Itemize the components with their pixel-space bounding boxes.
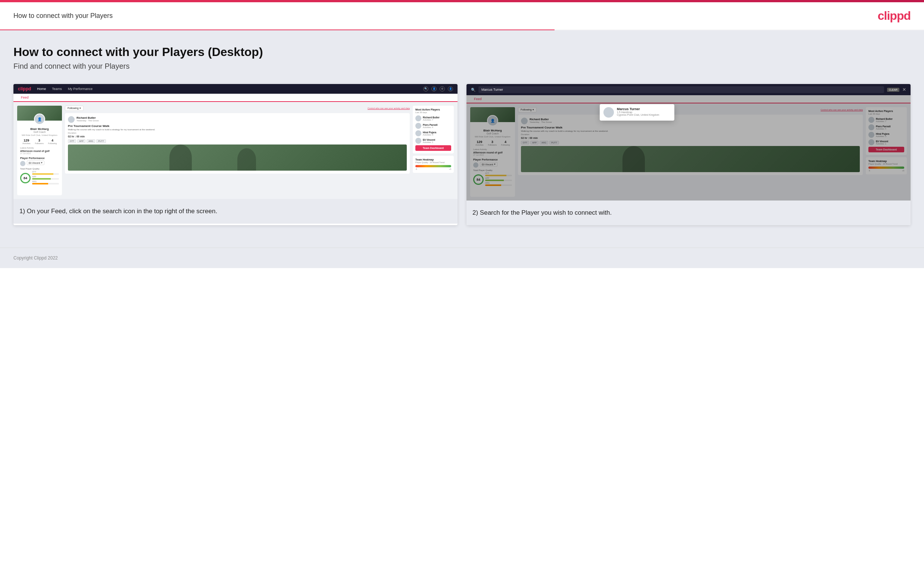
profile-role-1: Golf Coach bbox=[20, 131, 59, 133]
mini-right-1: Most Active Players Last 30 days Richard… bbox=[413, 106, 454, 195]
player-perf-avatar-2 bbox=[473, 162, 478, 168]
active-player-3: Hiral Pujara Activities: 3 bbox=[415, 130, 451, 136]
user-icon-1[interactable]: 👤 bbox=[431, 86, 437, 91]
following-btn-2: Following ▾ bbox=[518, 107, 537, 112]
tag-ott-2: OTT bbox=[521, 141, 529, 144]
blurred-content-2: Feed 👤 Blair McHarg Golf Coach bbox=[466, 95, 911, 201]
clear-btn-2[interactable]: CLEAR bbox=[887, 88, 900, 92]
page-title: How to connect with your Players bbox=[13, 12, 113, 20]
active-player-4: Eli Vincent Activities: 1 bbox=[415, 138, 451, 144]
activity-tags-2: OTT APP ARG PUTT bbox=[521, 141, 860, 144]
caption-text-2: 2) Search for the Player you wish to con… bbox=[473, 208, 905, 218]
heatmap-sub-2: Player Quality · 20 Round Trend bbox=[868, 163, 904, 165]
search-result-2[interactable]: Marcus Turner 1.5 Handicap Cypress Point… bbox=[604, 107, 671, 118]
player-perf-dropdown-2: Eli Vincent ▾ bbox=[480, 162, 497, 167]
player-perf-dropdown-1[interactable]: Eli Vincent ▾ bbox=[27, 161, 44, 165]
mini-feed-body-2: 👤 Blair McHarg Golf Coach Mill Ride Golf… bbox=[466, 104, 911, 201]
mini-center-2: Following ▾ Control who can see your act… bbox=[518, 107, 863, 197]
mini-nav-1: clippd Home Teams My Performance 🔍 👤 ⚙ 👤 bbox=[13, 84, 458, 94]
activity-avatar-1 bbox=[68, 116, 74, 123]
team-heatmap-1: Team Heatmap Player Quality · 20 Round T… bbox=[413, 156, 454, 173]
activities-lbl-1: Activities bbox=[23, 142, 31, 144]
active-name-2: Piers Parnell bbox=[423, 123, 437, 126]
active-players-1: Most Active Players Last 30 days Richard… bbox=[413, 106, 454, 153]
tag-putt-1: PUTT bbox=[96, 139, 106, 143]
active-player-5: Richard Butler Activities: 7 bbox=[868, 117, 904, 123]
caption-text-1: 1) On your Feed, click on the search ico… bbox=[19, 206, 451, 216]
search-input-2[interactable] bbox=[478, 86, 884, 93]
avatar-icon-1[interactable]: 👤 bbox=[448, 86, 453, 91]
search-result-hdcp-2: 1.5 Handicap bbox=[617, 111, 659, 114]
search-result-avatar-2 bbox=[604, 107, 614, 118]
player-perf-title-1: Player Performance bbox=[20, 157, 59, 159]
close-btn-2[interactable]: ✕ bbox=[902, 87, 906, 92]
followers-lbl-1: Followers bbox=[35, 142, 44, 144]
tag-ott-1: OTT bbox=[68, 139, 76, 143]
mini-tab-feed-1[interactable]: Feed bbox=[18, 94, 32, 102]
profile-name-1: Blair McHarg bbox=[20, 127, 59, 131]
active-player-2: Piers Parnell Activities: 4 bbox=[415, 123, 451, 129]
mini-sidebar-2: 👤 Blair McHarg Golf Coach Mill Ride Golf… bbox=[470, 107, 515, 197]
activity-card-2: Richard Butler Yesterday · The Grove Pre… bbox=[518, 115, 863, 175]
photo-silhouette-1 bbox=[170, 144, 192, 170]
activity-user-1: Richard Butler bbox=[76, 116, 99, 120]
heatmap-title-2: Team Heatmap bbox=[868, 160, 904, 162]
active-players-title-2: Most Active Players bbox=[868, 110, 904, 112]
active-players-sub-2: Last 30 days bbox=[868, 113, 904, 115]
mini-tab-bar-1: Feed bbox=[13, 94, 458, 102]
heatmap-bar-2 bbox=[868, 167, 904, 169]
activity-desc-2: Walking the course with my coach to buil… bbox=[521, 130, 860, 132]
active-avatar-8 bbox=[868, 139, 874, 145]
screenshot-panel-2: 🔍 CLEAR ✕ Marcus Turner 1.5 Handicap Cyp… bbox=[466, 84, 911, 225]
activity-duration-1: 02 hr : 00 min bbox=[68, 135, 407, 138]
active-avatar-7 bbox=[868, 132, 874, 138]
tag-arg-1: ARG bbox=[87, 139, 95, 143]
active-name-3: Hiral Pujara bbox=[423, 131, 436, 134]
active-acts-4: Activities: 1 bbox=[423, 141, 435, 143]
tag-app-2: APP bbox=[530, 141, 539, 144]
active-player-8: Eli Vincent Activities: 1 bbox=[868, 139, 904, 145]
mini-nav-performance-1[interactable]: My Performance bbox=[68, 87, 92, 91]
followers-val-2: 3 bbox=[488, 140, 497, 144]
mini-nav-teams-1[interactable]: Teams bbox=[52, 87, 62, 91]
settings-icon-1[interactable]: ⚙ bbox=[440, 86, 445, 91]
mini-sidebar-1: 👤 Blair McHarg Golf Coach Mill Ride Golf… bbox=[17, 106, 62, 195]
activity-photo-2 bbox=[521, 146, 860, 172]
activities-val-2: 129 bbox=[476, 140, 484, 144]
player-perf-title-2: Player Performance bbox=[473, 158, 512, 161]
activity-photo-1 bbox=[68, 144, 407, 170]
quality-label-1: Total Player Quality bbox=[20, 168, 59, 170]
heatmap-labels-2: -5 +5 bbox=[868, 169, 904, 172]
active-avatar-2 bbox=[415, 123, 421, 129]
search-result-name-2: Marcus Turner bbox=[617, 107, 659, 111]
activity-desc-1: Walking the course with my coach to buil… bbox=[68, 128, 407, 131]
mini-search-bar-2: 🔍 CLEAR ✕ bbox=[466, 84, 911, 95]
activity-tags-1: OTT APP ARG PUTT bbox=[68, 139, 407, 143]
active-avatar-6 bbox=[868, 124, 874, 130]
team-dashboard-btn-1[interactable]: Team Dashboard bbox=[415, 145, 451, 151]
active-acts-1: Activities: 7 bbox=[423, 119, 440, 121]
following-bar-1: Following ▾ Control who can see your act… bbox=[65, 106, 410, 111]
logo: clippd bbox=[878, 9, 911, 23]
footer-text: Copyright Clippd 2022 bbox=[13, 255, 58, 261]
mini-nav-home-1[interactable]: Home bbox=[37, 87, 46, 91]
search-result-loc-2: Cypress Point Club, United Kingdom bbox=[617, 114, 659, 116]
caption-1: 1) On your Feed, click on the search ico… bbox=[13, 199, 458, 224]
search-magnifier-icon-2: 🔍 bbox=[471, 88, 476, 92]
followers-val-1: 3 bbox=[35, 138, 44, 142]
following-btn-1[interactable]: Following ▾ bbox=[65, 106, 84, 111]
mini-center-1: Following ▾ Control who can see your act… bbox=[65, 106, 410, 195]
profile-avatar-2: 👤 bbox=[487, 115, 498, 126]
quality-score-2: 84 bbox=[473, 174, 484, 185]
search-icon-1[interactable]: 🔍 bbox=[423, 86, 429, 91]
tag-arg-2: ARG bbox=[540, 141, 548, 144]
following-val-2: 4 bbox=[501, 140, 510, 144]
active-player-1: Richard Butler Activities: 7 bbox=[415, 115, 451, 121]
activity-card-1: Richard Butler Yesterday · The Grove Pre… bbox=[65, 113, 410, 174]
control-link-1[interactable]: Control who can see your activity and da… bbox=[367, 107, 410, 109]
profile-role-2: Golf Coach bbox=[473, 132, 512, 135]
active-players-sub-1: Last 30 days bbox=[415, 111, 451, 114]
mini-tab-feed-2: Feed bbox=[471, 95, 485, 104]
mini-nav-logo-1: clippd bbox=[18, 86, 31, 91]
heatmap-labels-1: -5 +5 bbox=[415, 168, 451, 170]
